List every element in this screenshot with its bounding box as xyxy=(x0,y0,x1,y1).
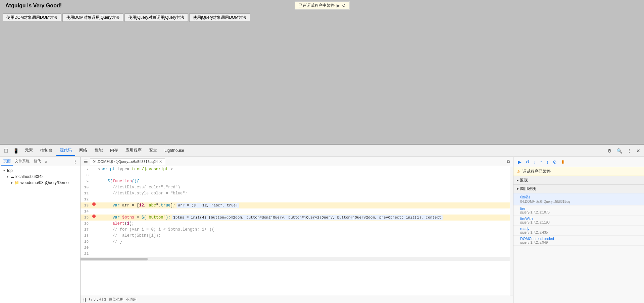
tab-performance[interactable]: 性能 xyxy=(91,145,106,156)
source-panel: ☰ 04.DOM对象和jQuery...u6a5ft8315uq24 ✕ ⧉ 7… xyxy=(81,157,513,303)
more-icon[interactable]: ⋮ xyxy=(625,147,633,155)
tab-elements[interactable]: 元素 xyxy=(21,145,36,156)
jquery-jquery-button[interactable]: 使用jQuery对象调用jQuery方法 xyxy=(125,13,188,22)
callstack-section-header[interactable]: ▾ 调用堆栈 xyxy=(513,185,644,193)
code-line-17: 17 // for (var i = 0; i < $btns.length; … xyxy=(81,227,510,233)
tab-network[interactable]: 网络 xyxy=(76,145,91,156)
call-stack-item-anonymous[interactable]: (匿名) 04.DOM对象和jQuery...5ft8315uq xyxy=(513,193,644,205)
code-line-21: 21 xyxy=(81,251,510,257)
watch-label: 监视 xyxy=(520,177,528,183)
horizontal-scrollbar[interactable] xyxy=(81,257,510,261)
step-into-button[interactable]: ↓ xyxy=(532,158,538,166)
tree-arrow-folder: ▶ xyxy=(11,181,13,184)
status-coverage: 覆盖范围: 不适用 xyxy=(109,297,137,302)
tree-arrow-top: ▼ xyxy=(3,169,6,172)
code-line-8: 8 xyxy=(81,172,510,178)
source-file-name: 04.DOM对象和jQuery...u6a5ft8315uq24 xyxy=(93,159,158,164)
resume-icon[interactable]: ▶ xyxy=(337,3,340,8)
sidebar-tree: ▼ top ▼ ☁ localhost:63342 ▶ 📁 webdemo/03… xyxy=(0,166,80,303)
tree-item-top[interactable]: ▼ top xyxy=(0,168,80,174)
devtools-panel: ❐ 📱 元素 控制台 源代码 网络 性能 内存 应用程序 安全 Lighthou… xyxy=(0,144,644,303)
debug-status-banner: ⚠ 调试程序已暂停 xyxy=(513,167,644,176)
jquery-dom-button[interactable]: 使用jQuery对象调用DOM方法 xyxy=(189,13,250,22)
step-button[interactable]: ↕ xyxy=(545,158,550,166)
code-line-15: 15 var $btns = $("button");$btns = init(… xyxy=(81,215,510,221)
debugger-controls: ▶ ↺ ↓ ↑ ↕ ⊘ ⏸ xyxy=(513,157,644,167)
tree-label-folder: webdemo/03-jQuery/Demo xyxy=(20,180,68,185)
devtools-main: 页面 文件系统 替代 » ⋮ ▼ top ▼ ☁ localhost:63342… xyxy=(0,157,644,303)
call-stack-items: (匿名) 04.DOM对象和jQuery...5ft8315uq fire jq… xyxy=(513,193,644,303)
sidebar-tab-page[interactable]: 页面 xyxy=(1,157,13,166)
inline-result-15: $btns = init(4) [button#dom2dom, button#… xyxy=(172,215,443,220)
devtools-tab-bar: ❐ 📱 元素 控制台 源代码 网络 性能 内存 应用程序 安全 Lighthou… xyxy=(0,145,644,157)
call-func-anonymous: (匿名) xyxy=(520,194,641,199)
sidebar-menu-button[interactable]: ⋮ xyxy=(71,158,79,165)
step-over-icon[interactable]: ↺ xyxy=(342,3,346,8)
sidebar-more-button[interactable]: » xyxy=(44,159,49,165)
page-title: Atguigu is Very Good! xyxy=(3,1,64,10)
watch-section-header[interactable]: ▸ 监视 xyxy=(513,176,644,185)
status-bar: {} 行 3，列 3 覆盖范围: 不适用 xyxy=(81,296,513,303)
tree-item-folder[interactable]: ▶ 📁 webdemo/03-jQuery/Demo xyxy=(0,180,80,186)
sidebar-tab-override[interactable]: 替代 xyxy=(32,157,43,166)
navigate-back-icon[interactable]: ☰ xyxy=(82,158,90,165)
code-line-9: 9 $(function(){ xyxy=(81,178,510,184)
source-file-tab[interactable]: 04.DOM对象和jQuery...u6a5ft8315uq24 ✕ xyxy=(90,158,165,165)
scrollbar-thumb xyxy=(81,258,148,260)
devtools-tabs-left: ❐ 📱 元素 控制台 源代码 网络 性能 内存 应用程序 安全 Lighthou… xyxy=(2,145,188,156)
tree-item-localhost[interactable]: ▼ ☁ localhost:63342 xyxy=(0,174,80,180)
tab-console[interactable]: 控制台 xyxy=(37,145,56,156)
resume-execution-button[interactable]: ▶ xyxy=(516,158,523,166)
tab-memory[interactable]: 内存 xyxy=(107,145,121,156)
debug-banner-text: 已在调试程序中暂停 xyxy=(298,3,335,8)
debug-banner: 已在调试程序中暂停 ▶ ↺ xyxy=(295,1,349,10)
close-file-tab-icon[interactable]: ✕ xyxy=(159,160,162,164)
split-editor-icon[interactable]: ⧉ xyxy=(505,158,512,165)
call-func-firewith: fireWith xyxy=(520,217,641,221)
step-out-button[interactable]: ↑ xyxy=(538,158,544,166)
step-over-button[interactable]: ↺ xyxy=(524,158,531,166)
select-element-icon[interactable]: ❐ xyxy=(2,147,10,155)
dom-dom-button[interactable]: 使用DOM对象调用DOM方法 xyxy=(3,13,61,22)
call-file-ready: jquery-1.7.2.js:435 xyxy=(520,231,641,234)
status-braces-icon[interactable]: {} xyxy=(83,297,86,302)
code-scroll-area[interactable]: 7 <script type= text/javascript > 8 xyxy=(81,166,510,296)
call-file-firewith: jquery-1.7.2.js:1193 xyxy=(520,221,641,224)
sidebar-tab-filesystem[interactable]: 文件系统 xyxy=(13,157,32,166)
code-area[interactable]: 7 <script type= text/javascript > 8 xyxy=(81,166,513,296)
call-stack-item-fire[interactable]: fire jquery-1.7.2.js:1075 xyxy=(513,205,644,216)
tab-security[interactable]: 安全 xyxy=(146,145,160,156)
code-line-19: 19 // } xyxy=(81,239,510,245)
tab-application[interactable]: 应用程序 xyxy=(122,145,145,156)
settings-icon[interactable]: ⚙ xyxy=(606,147,613,155)
code-line-16: 16 alert(1); xyxy=(81,221,510,227)
debug-status-text: 调试程序已暂停 xyxy=(523,169,551,174)
pause-on-exceptions-button[interactable]: ⏸ xyxy=(559,158,567,166)
tree-label-localhost: localhost:63342 xyxy=(15,174,44,179)
call-stack-item-domcontentloaded[interactable]: DOMContentLoaded jquery-1.7.2.js:949 xyxy=(513,236,644,246)
breakpoint-13 xyxy=(92,202,96,206)
call-func-ready: ready xyxy=(520,227,641,231)
close-devtools-icon[interactable]: ✕ xyxy=(635,147,642,155)
device-toggle-icon[interactable]: 📱 xyxy=(11,147,21,155)
call-file-domcontentloaded: jquery-1.7.2.js:949 xyxy=(520,241,641,244)
code-line-20: 20 xyxy=(81,245,510,251)
code-line-12: 12 xyxy=(81,196,510,202)
page-buttons-container: 使用DOM对象调用DOM方法 使用DOM对象调用jQuery方法 使用jQuer… xyxy=(0,12,644,23)
source-tab-bar: ☰ 04.DOM对象和jQuery...u6a5ft8315uq24 ✕ ⧉ xyxy=(81,157,513,166)
breakpoint-15 xyxy=(92,215,96,218)
code-line-14: 14 xyxy=(81,208,510,215)
tab-sources[interactable]: 源代码 xyxy=(56,145,75,156)
code-vertical-scrollbar[interactable] xyxy=(510,166,513,296)
call-stack-item-firewith[interactable]: fireWith jquery-1.7.2.js:1193 xyxy=(513,216,644,226)
call-file-fire: jquery-1.7.2.js:1075 xyxy=(520,210,641,214)
callstack-label: 调用堆栈 xyxy=(520,186,536,192)
deactivate-breakpoints-button[interactable]: ⊘ xyxy=(551,158,558,166)
browser-viewport: Atguigu is Very Good! 已在调试程序中暂停 ▶ ↺ 使用DO… xyxy=(0,0,644,144)
code-line-11: 11 //testDiv.style.color = "blue"; xyxy=(81,190,510,196)
tab-lighthouse[interactable]: Lighthouse xyxy=(161,146,188,156)
dom-jquery-button[interactable]: 使用DOM对象调用jQuery方法 xyxy=(62,13,123,22)
call-stack-item-ready[interactable]: ready jquery-1.7.2.js:435 xyxy=(513,226,644,236)
code-line-13: 13 var arr = [12,"abc",true];arr = (3) [… xyxy=(81,202,510,208)
search-icon[interactable]: 🔍 xyxy=(615,147,624,155)
